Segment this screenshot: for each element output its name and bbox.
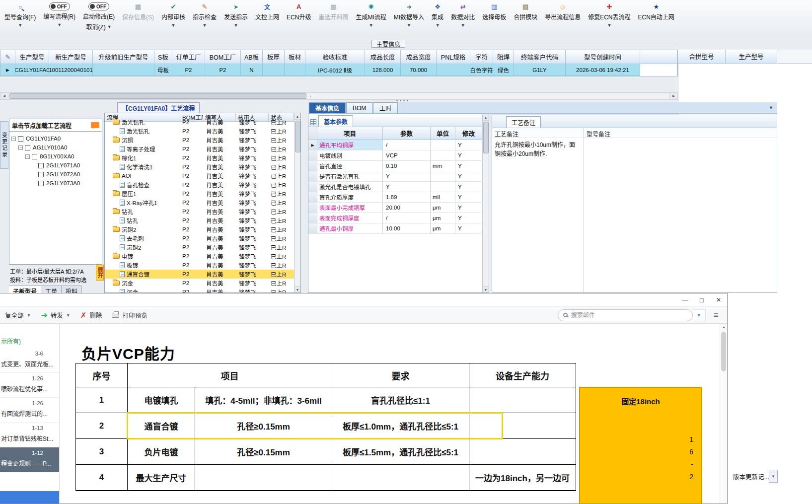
info-tab[interactable]: BOM [346, 102, 372, 113]
dropdown-arrow-icon[interactable]: ▼ [107, 24, 112, 29]
dropdown-arrow-icon[interactable]: ▼ [407, 23, 411, 28]
ribbon-button[interactable]: 导出流程信息 ▼ [541, 1, 584, 38]
grid-column-header[interactable]: 升级前旧生产型号 [93, 50, 154, 64]
expand-button[interactable]: 展开 [96, 265, 104, 281]
grid-cell[interactable] [437, 64, 470, 76]
params-subtab[interactable]: 基本参数 [318, 115, 353, 127]
ribbon-button[interactable]: 发送指示 ▼ [221, 1, 251, 38]
dropdown-arrow-icon[interactable]: ▼ [203, 23, 207, 28]
flow-row[interactable]: 沉铜2 P2 肖吉美 锋梦飞 已上R [105, 225, 294, 234]
dropdown-arrow-icon[interactable]: ▼ [234, 23, 238, 28]
ribbon-button[interactable]: 合拼模块 ▼ [510, 1, 541, 38]
mail-vertical-scrollbar[interactable]: ▲ [720, 324, 727, 504]
tree-node[interactable]: 2G1LY072A0 [10, 170, 101, 179]
splitter-grip-icon[interactable]: ⋮ [308, 93, 313, 99]
param-value[interactable]: 20.00 [383, 203, 431, 213]
grid-cell[interactable]: N [241, 64, 263, 76]
params-column-header[interactable]: 项目 [317, 127, 383, 140]
scroll-right-icon[interactable]: ► [669, 93, 677, 99]
mail-toolbar-button[interactable]: 转发 ▼ [41, 310, 70, 320]
ribbon-button[interactable]: 指示检查 ▼ [189, 1, 220, 38]
row-selector[interactable] [308, 192, 317, 202]
flow-row[interactable]: 钻孔 P2 肖吉美 锋梦飞 已上R [105, 207, 294, 216]
ribbon-button[interactable]: OFF 启动修改(E) 取消(Z)▼ [79, 1, 118, 38]
row-selector[interactable] [308, 161, 317, 171]
ribbon-button[interactable]: 修复ECN丢流程 ▼ [585, 1, 634, 38]
param-value[interactable]: / [383, 213, 431, 223]
row-selector[interactable] [308, 203, 317, 213]
scrollbar-thumb[interactable] [295, 121, 300, 152]
mail-toolbar-button[interactable]: 打印预览 ▼ [112, 310, 147, 320]
grid-cell[interactable]: 70.000 [401, 64, 437, 76]
ribbon-button[interactable]: 集成 ▼ [428, 1, 447, 38]
tree-node[interactable]: AG1LY010A0 [10, 143, 101, 152]
grid-cell[interactable]: 绿色 [493, 64, 514, 76]
flow-row[interactable]: 沉铜2 P2 肖吉美 锋梦飞 已上R [105, 243, 294, 252]
grid-column-header[interactable]: 生产型号 [15, 50, 49, 64]
flow-row[interactable]: 层压1 P2 肖吉美 锋梦飞 已上R [105, 189, 294, 198]
ribbon-button[interactable]: MI数据导入 ▼ [390, 1, 428, 38]
ribbon-button-sublabel[interactable]: 取消(Z) [86, 22, 105, 31]
mail-filter-label[interactable]: 示所有) [0, 324, 59, 348]
param-value[interactable]: Y [383, 171, 431, 181]
row-selector[interactable] [308, 223, 317, 233]
grid-column-header[interactable]: S板 [154, 50, 172, 64]
flow-row[interactable]: X-Ray冲孔1 P2 肖吉美 锋梦飞 已上R [105, 198, 294, 207]
grid-column-header[interactable]: 新生产型号 [49, 50, 93, 64]
dropdown-arrow-icon[interactable]: ▼ [57, 22, 62, 27]
grid-cell[interactable]: P2 [172, 64, 205, 76]
ribbon-button[interactable]: 内部审核 ▼ [158, 1, 189, 38]
param-value[interactable]: / [383, 140, 431, 150]
mail-list-item[interactable]: 1-13 对订单背钻残桩St... [0, 423, 59, 447]
scroll-left-icon[interactable]: ◄ [0, 93, 8, 99]
scrollbar-thumb[interactable] [9, 93, 306, 99]
grid-corner-cell[interactable]: ✎ [0, 50, 15, 64]
collapse-panel-icon[interactable]: ▼ [769, 105, 773, 110]
grid-column-header[interactable]: 生产型号 [726, 50, 777, 64]
flow-row[interactable]: 去毛刺 P2 肖吉美 锋梦飞 已上R [105, 234, 294, 243]
ribbon-button[interactable]: ECN升级 ▼ [283, 1, 314, 38]
grid-cell[interactable]: 母板 [154, 64, 172, 76]
mail-toolbar-button[interactable]: 删除 ▼ [80, 310, 102, 320]
list-view-icon[interactable]: ≡ [714, 311, 718, 320]
grid-column-header[interactable]: 验收标准 [305, 50, 365, 64]
mail-list-item-partial[interactable] [0, 491, 59, 504]
flow-row[interactable]: 化学清洗1 P2 肖吉美 锋梦飞 已上R [105, 162, 294, 171]
param-value[interactable]: 10.00 [383, 223, 431, 233]
maximize-icon[interactable] [693, 294, 710, 306]
grid-column-header[interactable]: 订单工厂 [172, 50, 205, 64]
flow-row[interactable]: 沉金 P2 肖吉美 锋梦飞 已上R [105, 288, 294, 292]
params-column-header[interactable]: 参数 [383, 127, 431, 140]
ribbon-button[interactable]: 数据对比 ▼ [447, 1, 478, 38]
ribbon-button[interactable]: 生成MI流程 ▼ [352, 1, 389, 38]
grid-cell[interactable]: 白色字符 [470, 64, 493, 76]
tree-node[interactable]: 2G1LY073A0 [10, 179, 101, 188]
grid-cell[interactable]: G1LY [514, 64, 566, 76]
flow-row[interactable]: 电镀 P2 肖吉美 锋梦飞 已上R [105, 252, 294, 261]
dropdown-arrow-icon[interactable]: ▼ [607, 23, 611, 28]
mail-list-item[interactable]: 1-12 程变更规则——P... [0, 447, 59, 472]
flow-row[interactable]: 盲孔检查 P2 肖吉美 锋梦飞 已上R [105, 180, 294, 189]
scroll-up-icon[interactable]: ▲ [295, 113, 301, 120]
dropdown-arrow-icon[interactable]: ▼ [27, 313, 31, 318]
info-tab[interactable]: 基本信息 [309, 102, 346, 113]
param-value[interactable]: 0.10 [383, 161, 431, 171]
comment-bubble-icon[interactable] [91, 122, 99, 128]
scroll-down-icon[interactable]: ▼ [295, 286, 301, 292]
flow-row[interactable]: 棕化1 P2 肖吉美 锋梦飞 已上R [105, 153, 294, 162]
grid-column-header[interactable]: 板材 [285, 50, 305, 64]
notes-tab[interactable]: 工艺备注 [506, 116, 541, 128]
grid-column-header[interactable]: 字符 [470, 50, 493, 64]
process-note-text[interactable]: 允许孔铜按最小10um制作，面铜按最小20um制作. [492, 138, 584, 161]
grid-column-header[interactable]: BOM工厂 [205, 50, 241, 64]
row-selector[interactable] [308, 171, 317, 181]
collapse-icon[interactable] [25, 154, 30, 159]
grid-cell[interactable]: 10011200040101 [49, 64, 93, 76]
grid-cell[interactable] [285, 64, 305, 76]
ribbon-button[interactable]: 选择母板 ▼ [479, 1, 510, 38]
ribbon-button[interactable]: 文控上网 ▼ [252, 1, 283, 38]
flow-row[interactable]: 板镀 P2 肖吉美 锋梦飞 已上R [105, 261, 294, 270]
flow-row[interactable]: 激光钻孔 P2 肖吉美 锋梦飞 已上R [105, 127, 294, 136]
grid-cell[interactable]: P2 [205, 64, 241, 76]
params-row[interactable]: 通孔最小铜厚 10.00 μm Y [308, 223, 482, 234]
